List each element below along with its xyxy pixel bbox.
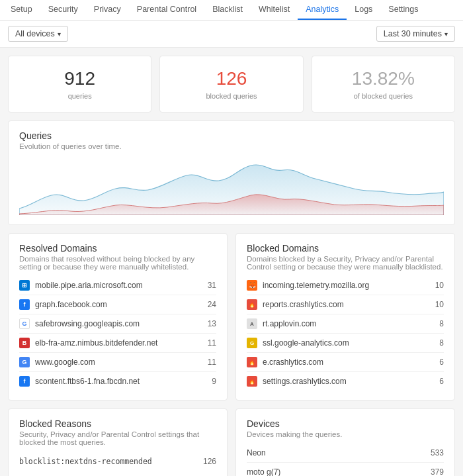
domain-count: 6	[439, 377, 444, 386]
favicon-cr3: 🔥	[247, 376, 257, 387]
nav-item-settings[interactable]: Settings	[380, 0, 426, 20]
list-item: ⊞ mobile.pipe.aria.microsoft.com 31	[19, 276, 216, 295]
toolbar: All devices Last 30 minutes	[0, 21, 463, 48]
blocked-reasons-card: Blocked Reasons Security, Privacy and/or…	[8, 408, 228, 476]
nav-item-setup[interactable]: Setup	[3, 0, 40, 20]
favicon-ap: A	[247, 318, 257, 329]
device-count: 379	[431, 467, 444, 476]
list-item: G www.google.com 11	[19, 353, 216, 372]
domain-name: mobile.pipe.aria.microsoft.com	[35, 281, 208, 290]
stat-label-percent: of blocked queries	[325, 92, 441, 100]
domain-count: 9	[212, 377, 216, 386]
device-item: Neon 533	[247, 444, 444, 463]
domain-count: 11	[208, 338, 216, 348]
blocked-title: Blocked Domains	[247, 243, 444, 254]
domain-count: 10	[435, 281, 444, 290]
list-item: 🔥 settings.crashlytics.com 6	[247, 372, 444, 391]
devices-subtitle: Devices making the queries.	[247, 430, 444, 438]
queries-section: Queries Evolution of queries over time.	[8, 120, 455, 225]
nav-item-security[interactable]: Security	[40, 0, 86, 20]
device-count: 533	[431, 448, 444, 457]
domain-name: scontent.ftbs6-1.fna.fbcdn.net	[35, 377, 212, 386]
domain-count: 6	[439, 357, 444, 367]
blocked-domains-card: Blocked Domains Domains blocked by a Sec…	[235, 233, 455, 401]
list-item: 🔥 e.crashlytics.com 6	[247, 353, 444, 372]
domain-name: elb-fra-amz.nimbus.bitdefender.net	[35, 338, 208, 348]
list-item: 🔥 reports.crashlytics.com 10	[247, 295, 444, 314]
domain-count: 10	[435, 300, 444, 309]
favicon-bd: B	[19, 338, 30, 348]
domain-count: 24	[208, 300, 216, 309]
domain-name: settings.crashlytics.com	[263, 377, 439, 386]
resolved-subtitle: Domains that resolved without being bloc…	[19, 255, 216, 271]
list-item: G ssl.google-analytics.com 8	[247, 334, 444, 353]
stat-label-blocked: blocked queries	[173, 92, 289, 100]
stat-card-blocked: 126 blocked queries	[159, 56, 303, 113]
stat-card-queries: 912 queries	[8, 56, 151, 113]
stat-value-percent: 13.82%	[325, 68, 441, 89]
devices-title: Devices	[247, 418, 444, 429]
blocked-subtitle: Domains blocked by a Security, Privacy a…	[247, 255, 444, 271]
domain-count: 13	[208, 319, 216, 328]
domain-count: 8	[439, 319, 444, 328]
reasons-subtitle: Security, Privacy and/or Parental Contro…	[19, 430, 216, 446]
device-item: moto g(7) 379	[247, 463, 444, 476]
favicon-cr2: 🔥	[247, 357, 257, 367]
reasons-title: Blocked Reasons	[19, 418, 216, 429]
blocked-list: 🦊 incoming.telemetry.mozilla.org 10 🔥 re…	[247, 276, 444, 391]
nav-item-parental-control[interactable]: Parental Control	[129, 0, 204, 20]
resolved-domains-card: Resolved Domains Domains that resolved w…	[8, 233, 228, 401]
stat-value-queries: 912	[22, 68, 138, 89]
favicon-fb2: f	[19, 376, 30, 387]
favicon-fb: f	[19, 299, 30, 310]
domain-name: rt.applovin.com	[263, 319, 439, 328]
domain-count: 11	[208, 357, 216, 367]
nav-item-whitelist[interactable]: Whitelist	[251, 0, 298, 20]
stats-row: 912 queries 126 blocked queries 13.82% o…	[0, 48, 463, 120]
domain-count: 31	[208, 281, 216, 290]
reason-count: 126	[203, 457, 216, 466]
domain-name: reports.crashlytics.com	[263, 300, 435, 309]
resolved-list: ⊞ mobile.pipe.aria.microsoft.com 31 f gr…	[19, 276, 216, 391]
favicon-moz: 🦊	[247, 280, 257, 291]
nav-item-privacy[interactable]: Privacy	[86, 0, 129, 20]
stat-value-blocked: 126	[173, 68, 289, 89]
stat-label-queries: queries	[22, 92, 138, 100]
time-dropdown[interactable]: Last 30 minutes	[376, 26, 455, 42]
list-item: G safebrowsing.googleapis.com 13	[19, 314, 216, 334]
favicon-cr1: 🔥	[247, 299, 257, 310]
devices-dropdown[interactable]: All devices	[8, 26, 68, 42]
nav-item-blacklist[interactable]: Blacklist	[204, 0, 251, 20]
domain-name: www.google.com	[35, 357, 208, 367]
two-col-layout: Resolved Domains Domains that resolved w…	[0, 233, 463, 408]
domain-name: e.crashlytics.com	[263, 357, 439, 367]
device-name: moto g(7)	[247, 467, 431, 476]
chart-container	[19, 156, 444, 215]
domain-name: incoming.telemetry.mozilla.org	[263, 281, 435, 290]
favicon-g: G	[19, 318, 30, 329]
devices-card: Devices Devices making the queries. Neon…	[235, 408, 455, 476]
favicon-gw: G	[19, 357, 30, 367]
stat-card-percent: 13.82% of blocked queries	[312, 56, 455, 113]
list-item: f scontent.ftbs6-1.fna.fbcdn.net 9	[19, 372, 216, 391]
favicon-ga: G	[247, 338, 257, 348]
domain-count: 8	[439, 338, 444, 348]
nav-bar: Setup Security Privacy Parental Control …	[0, 0, 463, 21]
list-item: A rt.applovin.com 8	[247, 314, 444, 334]
queries-title: Queries	[19, 130, 444, 141]
nav-item-logs[interactable]: Logs	[347, 0, 380, 20]
reason-item: blocklist:nextdns-recommended 126	[19, 452, 216, 471]
devices-list: Neon 533 moto g(7) 379	[247, 444, 444, 476]
resolved-title: Resolved Domains	[19, 243, 216, 254]
bottom-two-col: Blocked Reasons Security, Privacy and/or…	[0, 408, 463, 476]
domain-name: graph.facebook.com	[35, 300, 208, 309]
domain-name: safebrowsing.googleapis.com	[35, 319, 208, 328]
favicon-ms: ⊞	[19, 280, 30, 291]
list-item: 🦊 incoming.telemetry.mozilla.org 10	[247, 276, 444, 295]
list-item: f graph.facebook.com 24	[19, 295, 216, 314]
domain-name: ssl.google-analytics.com	[263, 338, 439, 348]
list-item: B elb-fra-amz.nimbus.bitdefender.net 11	[19, 334, 216, 353]
device-name: Neon	[247, 448, 431, 457]
nav-item-analytics[interactable]: Analytics	[298, 0, 347, 20]
queries-subtitle: Evolution of queries over time.	[19, 142, 444, 150]
